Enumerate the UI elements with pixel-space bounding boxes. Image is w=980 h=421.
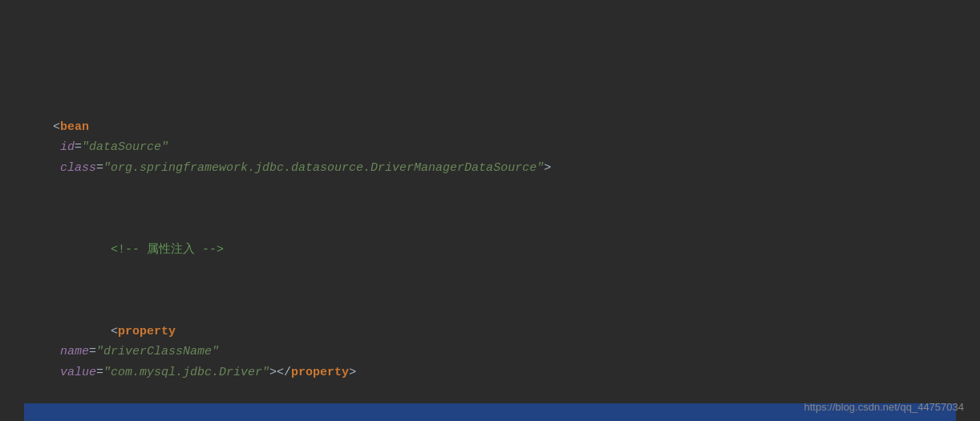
line-bean-1: <bean id="dataSource" class="org.springf… bbox=[24, 96, 956, 199]
code-editor: <bean id="dataSource" class="org.springf… bbox=[0, 0, 980, 421]
line-empty-2 bbox=[24, 199, 956, 220]
line-comment-1 bbox=[24, 14, 956, 76]
line-comment-2: <!-- 属性注入 --> bbox=[24, 219, 956, 281]
line-empty-1 bbox=[24, 76, 956, 97]
line-property-driver: <property name="driverClassName" value="… bbox=[24, 301, 956, 403]
watermark: https://blog.csdn.net/qq_44757034 bbox=[804, 401, 965, 413]
line-empty-3 bbox=[24, 281, 956, 302]
